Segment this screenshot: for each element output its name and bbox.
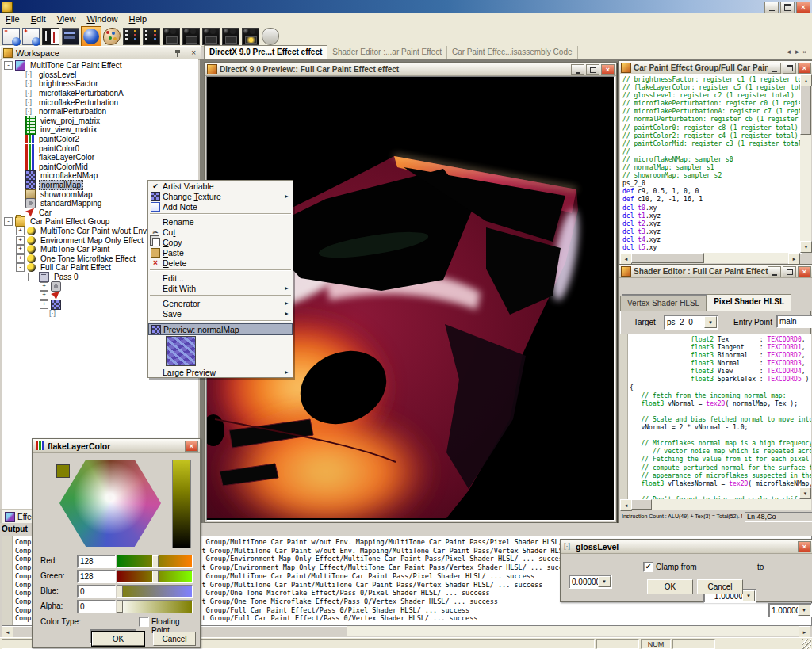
cancel-button[interactable]: Cancel (697, 579, 743, 594)
camera-pan-button[interactable] (201, 27, 220, 46)
expand-icon[interactable]: + (16, 245, 25, 254)
menu-item-paste[interactable]: Paste (148, 247, 293, 258)
menu-item-edit-with[interactable]: Edit With► (148, 283, 293, 293)
expand-icon[interactable]: + (16, 236, 25, 245)
mouse-button[interactable] (261, 27, 280, 46)
film-reel-button[interactable] (142, 27, 161, 46)
scroll-right-icon[interactable]: ► (788, 253, 800, 265)
tree-item-paintcolor2[interactable]: paintColor2 (2, 135, 198, 144)
menu-item-change-texture[interactable]: Change Texture► (148, 191, 293, 201)
camera-home-button[interactable] (241, 27, 260, 46)
tree-item-paintcolor0[interactable]: paintColor0 (2, 143, 198, 153)
menu-item-artist-variable[interactable]: ✔Artist Variable (148, 181, 293, 191)
collapse-icon[interactable]: - (4, 217, 13, 226)
value-gradient-bar[interactable] (172, 460, 191, 548)
tree-item-inv-view-matrix[interactable]: inv_view_matrix (2, 125, 198, 135)
scroll-left-icon[interactable]: ◄ (2, 626, 13, 638)
artist-palette-button[interactable] (102, 27, 121, 46)
tab-pixel-shader-hlsl[interactable]: Pixel Shader HLSL (707, 294, 791, 311)
preview-minimize-button[interactable] (571, 64, 584, 75)
color-hexagon-picker[interactable] (59, 460, 161, 547)
tab-car-paint-effec-isassembly-code[interactable]: Car Paint Effec...isassembly Code (447, 46, 578, 59)
expand-icon[interactable]: + (40, 300, 48, 309)
disassembly-hscrollbar[interactable]: ◄ ► (620, 253, 800, 263)
scroll-up-icon[interactable]: ▲ (800, 74, 812, 86)
scroll-down-icon[interactable]: ▼ (800, 241, 812, 253)
close-button[interactable]: × (796, 2, 810, 13)
channel-value-field[interactable]: 0 (77, 585, 116, 598)
camera-default-button[interactable] (162, 27, 181, 46)
slider-thumb[interactable] (117, 586, 123, 597)
tree-item-microflakeperturbationa[interactable]: microflakePerturbationA (2, 89, 198, 98)
tree-item-view-proj-matrix[interactable]: view_proj_matrix (2, 116, 198, 126)
floating-point-checkbox[interactable] (139, 617, 149, 627)
chevron-down-icon[interactable]: ▼ (704, 316, 717, 328)
shader-editor-close-button[interactable]: × (798, 266, 811, 277)
disassembly-vscrollbar[interactable]: ▲ ▼ (800, 74, 811, 253)
resize-grip[interactable] (802, 639, 811, 649)
gloss-dialog-close-button[interactable]: × (798, 541, 811, 552)
menu-item-save[interactable]: Save► (148, 308, 293, 319)
scroll-thumb[interactable] (631, 253, 704, 263)
menu-item-rename[interactable]: Rename (148, 216, 293, 227)
scroll-thumb[interactable] (800, 86, 811, 135)
cancel-button[interactable]: Cancel (153, 632, 196, 646)
entry-point-field[interactable]: main (776, 315, 812, 328)
gloss-dialog-titlebar[interactable]: [·] glossLevel × (561, 540, 812, 554)
menu-edit[interactable]: Edit (25, 13, 52, 26)
disassembly-minimize-button[interactable] (768, 63, 781, 74)
tree-item-glosslevel[interactable]: glossLevel (2, 71, 198, 80)
channel-slider[interactable] (117, 600, 193, 613)
ok-button[interactable]: OK (92, 632, 144, 646)
open-effect-button[interactable] (2, 27, 21, 46)
disassembly-code[interactable]: // brightnessFactor: register c1 (1 regi… (620, 74, 802, 254)
color-dialog-titlebar[interactable]: flakeLayerColor × (33, 439, 200, 453)
menu-item-generator[interactable]: Generator► (148, 298, 293, 308)
tab-scroll-left-icon[interactable]: ◄ (785, 48, 794, 55)
menu-item-preview-normalmap[interactable]: Preview: normalMap (148, 323, 293, 335)
tab-close-icon[interactable]: × (802, 48, 809, 55)
scroll-thumb[interactable] (631, 499, 652, 510)
menu-item-edit[interactable]: Edit... (148, 273, 293, 283)
channel-slider[interactable] (117, 555, 193, 568)
film-palette-button[interactable] (122, 27, 141, 46)
tree-item-normalperturbation[interactable]: normalPerturbation (2, 107, 198, 116)
expand-icon[interactable]: + (16, 254, 25, 263)
expand-icon[interactable]: + (40, 282, 48, 291)
menu-help[interactable]: Help (124, 13, 153, 26)
channel-value-field[interactable]: 128 (77, 570, 116, 583)
chevron-down-icon[interactable]: ▼ (598, 576, 611, 587)
expand-icon[interactable]: + (16, 227, 25, 235)
channel-value-field[interactable]: 0 (77, 600, 116, 613)
preview-titlebar[interactable]: DirectX 9.0 Preview:: Full Car Paint Eff… (205, 63, 616, 76)
scroll-down-icon[interactable]: ▼ (799, 487, 811, 499)
scroll-left-icon[interactable]: ◄ (620, 499, 632, 511)
disassembly-maximize-button[interactable] (783, 63, 796, 74)
tab-directx-9-0-pre-t-effect-effect[interactable]: DirectX 9.0 Pre...t Effect effect (204, 45, 327, 59)
channel-slider[interactable] (117, 585, 193, 598)
shader-code-area[interactable]: float2 Tex : TEXCOORD0, float3 Tangent :… (620, 334, 811, 499)
scroll-right-icon[interactable]: ► (799, 626, 810, 638)
tree-item-paintcolormid[interactable]: paintColorMid (2, 162, 198, 172)
shader-editor-maximize-button[interactable] (783, 266, 796, 277)
clamp-checkbox[interactable]: ✔ (643, 562, 653, 572)
tree-item-microflakenmap[interactable]: microflakeNMap (2, 171, 198, 181)
camera-orbit-button[interactable] (182, 27, 201, 46)
menu-window[interactable]: Window (81, 13, 123, 26)
menu-item-copy[interactable]: Copy (148, 237, 293, 247)
disassembly-close-button[interactable]: × (798, 63, 811, 74)
tree-item-multitone-car-paint-effect[interactable]: -MultiTone Car Paint Effect (2, 61, 198, 71)
color-dialog-close-button[interactable]: × (185, 441, 198, 452)
preview-maximize-button[interactable] (586, 64, 599, 75)
slider-thumb[interactable] (152, 571, 159, 582)
slider-thumb[interactable] (117, 601, 123, 613)
collapse-icon[interactable]: - (28, 273, 36, 281)
maximize-button[interactable] (780, 2, 795, 13)
collapse-icon[interactable]: - (4, 61, 13, 70)
menu-file[interactable]: File (0, 13, 25, 26)
expand-icon[interactable]: + (40, 291, 48, 300)
ok-button[interactable]: OK (647, 579, 693, 594)
shader-hscrollbar[interactable]: ◄ (620, 499, 811, 510)
preview-close-button[interactable]: × (601, 64, 615, 75)
menu-item-large-preview[interactable]: Large Preview► (148, 367, 293, 377)
